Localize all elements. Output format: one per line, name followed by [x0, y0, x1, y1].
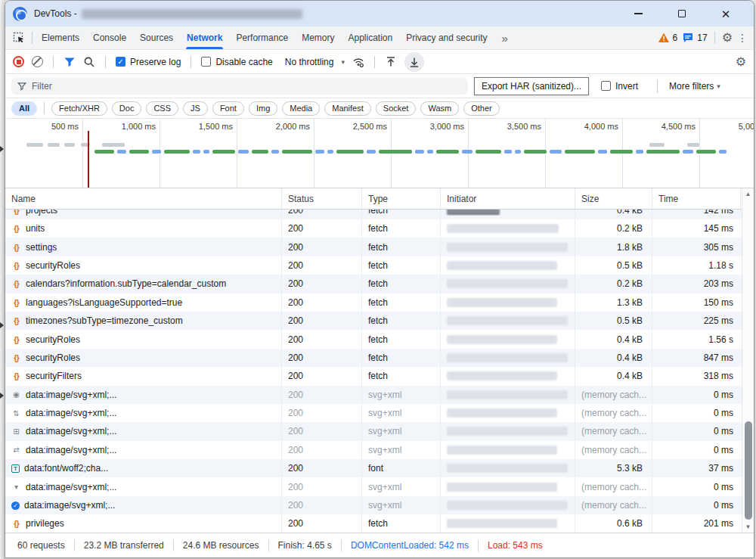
- request-row[interactable]: ⇄data:image/svg+xml;...200svg+xml(memory…: [5, 441, 754, 459]
- chip-wasm[interactable]: Wasm: [420, 101, 459, 116]
- request-row[interactable]: {}securityRoles200fetch0.4 kB1.56 s: [5, 330, 754, 348]
- request-row[interactable]: {}securityFilters200fetch0.4 kB318 ms: [5, 367, 754, 385]
- column-header-name[interactable]: Name: [5, 188, 282, 209]
- disable-cache-toggle[interactable]: Disable cache: [201, 57, 272, 67]
- network-overview[interactable]: 500 ms1,000 ms1,500 ms2,000 ms2,500 ms3,…: [5, 119, 754, 188]
- more-tabs-button[interactable]: »: [494, 26, 514, 49]
- redacted-initiator: [447, 446, 557, 455]
- request-time: 1.18 s: [652, 256, 741, 275]
- time-tick-label: 500 ms: [51, 122, 79, 131]
- filter-input[interactable]: Filter: [11, 78, 468, 95]
- request-row[interactable]: {}projects200fetch0.4 kB142 ms: [5, 210, 754, 219]
- request-time: 0 ms: [652, 404, 741, 422]
- chip-css[interactable]: CSS: [146, 101, 178, 116]
- tab-privacy-and-security[interactable]: Privacy and security: [399, 26, 494, 49]
- request-row[interactable]: ✓data:image/svg+xml;...200svg+xml(memory…: [5, 496, 754, 514]
- close-button[interactable]: ✕: [717, 5, 734, 22]
- vertical-scrollbar[interactable]: ▲ ▼: [742, 188, 754, 533]
- chip-other[interactable]: Other: [463, 101, 500, 116]
- column-header-type[interactable]: Type: [362, 188, 441, 209]
- tab-application[interactable]: Application: [341, 26, 399, 49]
- warning-count: 6: [673, 33, 678, 43]
- scrollbar-thumb[interactable]: [745, 421, 752, 520]
- record-network-log-button[interactable]: [13, 56, 24, 67]
- request-time: 318 ms: [652, 367, 741, 385]
- column-header-initiator[interactable]: Initiator: [441, 188, 575, 209]
- request-row[interactable]: ▾data:image/svg+xml;...200svg+xml(memory…: [5, 477, 754, 495]
- filter-icon[interactable]: [64, 56, 76, 68]
- preserve-log-toggle[interactable]: ✓ Preserve log: [116, 57, 181, 67]
- disable-cache-label: Disable cache: [215, 57, 272, 67]
- chip-manifest[interactable]: Manifest: [324, 101, 371, 116]
- import-har-icon[interactable]: [385, 56, 397, 68]
- clear-network-log-button[interactable]: [32, 56, 43, 67]
- warnings-badge[interactable]: 6: [658, 32, 678, 44]
- redacted-initiator: [447, 224, 559, 233]
- invert-toggle[interactable]: Invert: [601, 81, 638, 92]
- time-tick-label: 4,000 ms: [584, 122, 618, 131]
- request-row[interactable]: {}languages?isLanguageSupported=true200f…: [5, 293, 754, 312]
- column-header-size[interactable]: Size: [575, 188, 652, 209]
- chip-socket[interactable]: Socket: [376, 101, 417, 116]
- disable-cache-checkbox[interactable]: [201, 57, 211, 67]
- devtools-window: DevTools - ✕ ElementsConsoleSourcesNetwo…: [5, 0, 754, 558]
- request-name-cell: {}securityRoles: [5, 256, 282, 275]
- chip-all[interactable]: All: [11, 101, 37, 116]
- export-har-button[interactable]: [404, 52, 424, 72]
- search-icon[interactable]: [83, 56, 95, 68]
- tab-memory[interactable]: Memory: [295, 26, 341, 49]
- divider: [191, 56, 191, 68]
- request-row[interactable]: {}securityRoles200fetch0.5 kB1.18 s: [5, 256, 754, 275]
- request-row[interactable]: {}settings200fetch1.8 kB305 ms: [5, 238, 754, 256]
- throttling-select[interactable]: No throttling ▾: [285, 57, 345, 67]
- settings-gear-icon[interactable]: ⚙: [722, 32, 733, 44]
- maximize-button[interactable]: [674, 5, 690, 22]
- chip-js[interactable]: JS: [183, 101, 208, 116]
- request-row[interactable]: {}units200fetch0.2 kB145 ms: [5, 219, 754, 238]
- request-size: (memory cach...: [575, 441, 652, 459]
- waterfall-bar-green: [524, 150, 547, 154]
- divider: [714, 32, 715, 44]
- request-row[interactable]: ⊞data:image/svg+xml;...200svg+xml(memory…: [5, 422, 754, 440]
- more-filters-button[interactable]: More filters ▾: [669, 81, 720, 92]
- json-braces-icon: {}: [11, 335, 21, 344]
- grid-icon: ⊞: [11, 427, 21, 436]
- request-size: 0.5 kB: [575, 312, 652, 330]
- tab-console[interactable]: Console: [86, 26, 133, 49]
- chip-doc[interactable]: Doc: [112, 101, 142, 116]
- request-row[interactable]: {}privileges200fetch0.6 kB201 ms: [5, 514, 754, 533]
- network-settings-gear-icon[interactable]: ⚙: [736, 56, 746, 68]
- request-row[interactable]: ◉data:image/svg+xml;...200svg+xml(memory…: [5, 386, 754, 404]
- chip-img[interactable]: Img: [249, 101, 277, 116]
- scroll-up-icon[interactable]: ▲: [745, 191, 751, 197]
- request-row[interactable]: {}timezones?subType=timezone_custom200fe…: [5, 312, 754, 330]
- redacted-initiator: [447, 261, 557, 270]
- tab-network[interactable]: Network: [180, 26, 229, 49]
- chip-media[interactable]: Media: [282, 101, 320, 116]
- chip-font[interactable]: Font: [212, 101, 244, 116]
- preserve-log-checkbox[interactable]: ✓: [116, 57, 125, 67]
- network-conditions-icon[interactable]: [352, 56, 364, 68]
- issues-badge[interactable]: 17: [682, 32, 707, 44]
- request-name: projects: [26, 210, 57, 216]
- invert-checkbox[interactable]: [601, 81, 611, 91]
- chip-fetch-xhr[interactable]: Fetch/XHR: [51, 101, 107, 116]
- scroll-down-icon[interactable]: ▼: [745, 523, 751, 530]
- request-row[interactable]: ⇅data:image/svg+xml;...200svg+xml(memory…: [5, 404, 754, 422]
- tab-sources[interactable]: Sources: [133, 26, 180, 49]
- redacted-initiator: [447, 408, 557, 418]
- tab-performance[interactable]: Performance: [229, 26, 295, 49]
- tab-elements[interactable]: Elements: [35, 26, 86, 49]
- request-name: securityRoles: [26, 334, 80, 345]
- kebab-menu-icon[interactable]: ⋮: [737, 33, 748, 43]
- request-type: fetch: [362, 238, 441, 256]
- minimize-button[interactable]: [630, 5, 646, 22]
- column-header-status[interactable]: Status: [282, 188, 362, 209]
- request-row[interactable]: {}securityRoles200fetch0.4 kB847 ms: [5, 349, 754, 367]
- request-row[interactable]: {}calendars?information.subType=calendar…: [5, 275, 754, 293]
- redacted-initiator: [447, 298, 557, 307]
- request-row[interactable]: Tdata:font/woff2;cha...200font5.3 kB37 m…: [5, 459, 754, 477]
- request-name-cell: {}privileges: [5, 514, 282, 533]
- column-header-time[interactable]: Time: [652, 188, 741, 209]
- inspect-element-button[interactable]: [8, 26, 29, 49]
